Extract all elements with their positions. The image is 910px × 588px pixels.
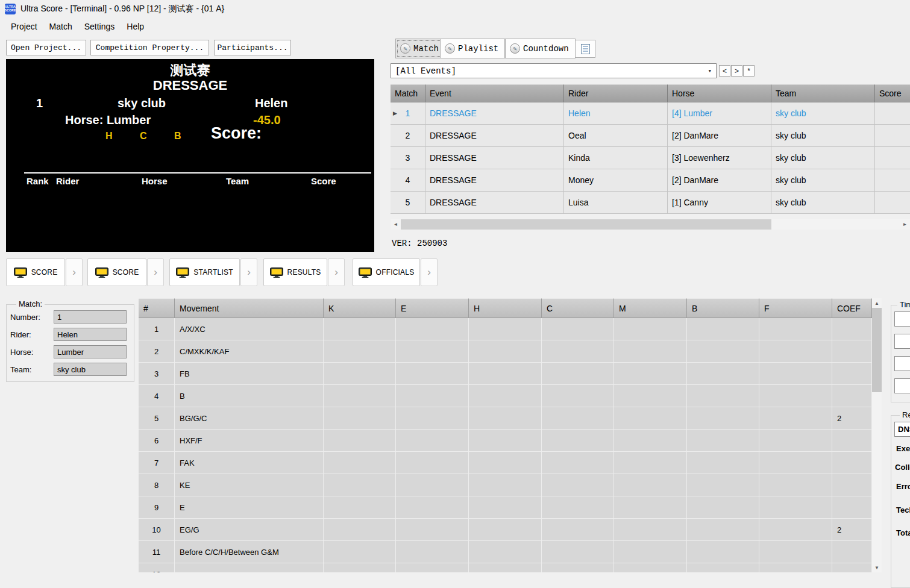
movement-score-cell[interactable]	[324, 407, 396, 430]
movement-score-cell[interactable]	[542, 340, 614, 363]
display-startlist-expand-button[interactable]: ›	[240, 258, 257, 286]
movement-score-cell[interactable]	[614, 430, 687, 452]
movement-score-cell[interactable]	[396, 563, 469, 572]
movement-score-cell[interactable]	[324, 541, 396, 563]
movement-score-cell[interactable]	[614, 385, 687, 407]
movement-score-cell[interactable]	[614, 318, 687, 340]
competition-property-button[interactable]: Competition Property...	[90, 40, 209, 55]
movement-score-cell[interactable]	[396, 452, 469, 474]
tab-match[interactable]: ✎ Match	[395, 39, 445, 58]
display-score-2-expand-button[interactable]: ›	[147, 258, 164, 286]
events-filter-combo[interactable]: [All Events] ▾	[391, 63, 717, 78]
time-field-2[interactable]	[894, 334, 910, 349]
movement-score-cell[interactable]	[396, 318, 469, 340]
chevron-down-icon[interactable]: ▾	[708, 67, 712, 75]
movement-score-cell[interactable]	[469, 363, 542, 385]
movement-score-cell[interactable]	[324, 430, 396, 452]
match-col-header-match[interactable]: Match	[391, 84, 425, 102]
movement-score-cell[interactable]	[687, 363, 759, 385]
movement-col-header-h[interactable]: H	[469, 298, 542, 318]
match-table-row[interactable]: 5DRESSAGELuisa[1] Cannysky club	[391, 192, 910, 214]
time-field-3[interactable]	[894, 356, 910, 371]
participants-button[interactable]: Participants...	[214, 40, 291, 55]
movement-score-cell[interactable]	[324, 318, 396, 340]
menu-settings[interactable]: Settings	[78, 19, 121, 34]
vscroll-thumb[interactable]	[872, 308, 882, 392]
movement-col-header-coef[interactable]: COEF	[832, 298, 872, 318]
movement-score-cell[interactable]	[687, 340, 759, 363]
movement-score-cell[interactable]	[469, 563, 542, 572]
movement-score-cell[interactable]	[759, 452, 832, 474]
movement-score-cell[interactable]	[469, 407, 542, 430]
movement-score-cell[interactable]	[396, 385, 469, 407]
number-field[interactable]	[54, 310, 127, 324]
movement-score-cell[interactable]	[687, 318, 759, 340]
movement-score-cell[interactable]	[469, 430, 542, 452]
movement-col-header-c[interactable]: C	[542, 298, 614, 318]
tab-countdown[interactable]: ✎ Countdown	[505, 39, 576, 58]
display-results-expand-button[interactable]: ›	[328, 258, 345, 286]
movement-col-header-e[interactable]: E	[396, 298, 469, 318]
movement-score-cell[interactable]	[396, 363, 469, 385]
movement-score-cell[interactable]	[542, 496, 614, 519]
display-score-1-expand-button[interactable]: ›	[66, 258, 83, 286]
movement-score-cell[interactable]	[469, 474, 542, 496]
match-col-header-event[interactable]: Event	[425, 84, 564, 102]
movement-col-header-movement[interactable]: Movement	[175, 298, 324, 318]
movement-score-cell[interactable]	[469, 496, 542, 519]
movement-score-cell[interactable]	[687, 541, 759, 563]
movement-table-vscrollbar[interactable]: ▲ ▼	[872, 298, 882, 572]
movement-score-cell[interactable]	[614, 563, 687, 572]
horse-field[interactable]	[54, 345, 127, 358]
movement-score-cell[interactable]	[759, 430, 832, 452]
movement-score-cell[interactable]	[396, 340, 469, 363]
movement-score-cell[interactable]	[759, 407, 832, 430]
movement-score-cell[interactable]	[396, 519, 469, 541]
movement-score-cell[interactable]	[687, 474, 759, 496]
match-col-header-team[interactable]: Team	[771, 84, 875, 102]
match-col-header-rider[interactable]: Rider	[564, 84, 668, 102]
movement-score-cell[interactable]	[542, 430, 614, 452]
movement-score-cell[interactable]	[687, 407, 759, 430]
display-officials-button[interactable]: OFFICIALS	[353, 258, 420, 286]
movement-score-cell[interactable]	[759, 474, 832, 496]
movement-score-cell[interactable]	[542, 519, 614, 541]
movement-score-cell[interactable]	[324, 563, 396, 572]
movement-score-cell[interactable]	[469, 385, 542, 407]
hscroll-track[interactable]	[771, 219, 900, 230]
display-score-2-button[interactable]: SCORE	[87, 258, 146, 286]
movement-score-cell[interactable]	[542, 407, 614, 430]
movement-col-header-f[interactable]: F	[759, 298, 832, 318]
rider-field[interactable]	[54, 328, 127, 341]
display-score-1-button[interactable]: SCORE	[6, 258, 65, 286]
movement-score-cell[interactable]	[469, 318, 542, 340]
movement-score-cell[interactable]	[614, 407, 687, 430]
scroll-left-icon[interactable]: ◄	[391, 219, 401, 230]
movement-score-cell[interactable]	[469, 519, 542, 541]
time-field-4[interactable]	[894, 378, 910, 393]
movement-score-cell[interactable]	[324, 496, 396, 519]
movement-score-cell[interactable]	[396, 407, 469, 430]
movement-score-cell[interactable]	[687, 452, 759, 474]
movement-score-cell[interactable]	[469, 541, 542, 563]
menu-project[interactable]: Project	[5, 19, 43, 34]
tab-playlist[interactable]: ✎ Playlist	[440, 39, 505, 58]
movement-score-cell[interactable]	[469, 452, 542, 474]
movement-score-cell[interactable]	[542, 452, 614, 474]
menu-help[interactable]: Help	[121, 19, 150, 34]
prev-event-button[interactable]: <	[719, 65, 730, 77]
match-table-hscrollbar[interactable]: ◄ ►	[391, 219, 910, 230]
movement-score-cell[interactable]	[324, 519, 396, 541]
movement-score-cell[interactable]	[324, 385, 396, 407]
scroll-right-icon[interactable]: ►	[900, 219, 910, 230]
movement-score-cell[interactable]	[396, 541, 469, 563]
movement-score-cell[interactable]	[542, 318, 614, 340]
movement-score-cell[interactable]	[614, 519, 687, 541]
movement-score-cell[interactable]	[687, 430, 759, 452]
movement-col-header-k[interactable]: K	[324, 298, 396, 318]
movement-score-cell[interactable]	[542, 474, 614, 496]
movement-score-cell[interactable]	[687, 519, 759, 541]
movement-score-cell[interactable]	[396, 496, 469, 519]
movement-col-header-m[interactable]: M	[614, 298, 687, 318]
movement-score-cell[interactable]	[614, 363, 687, 385]
